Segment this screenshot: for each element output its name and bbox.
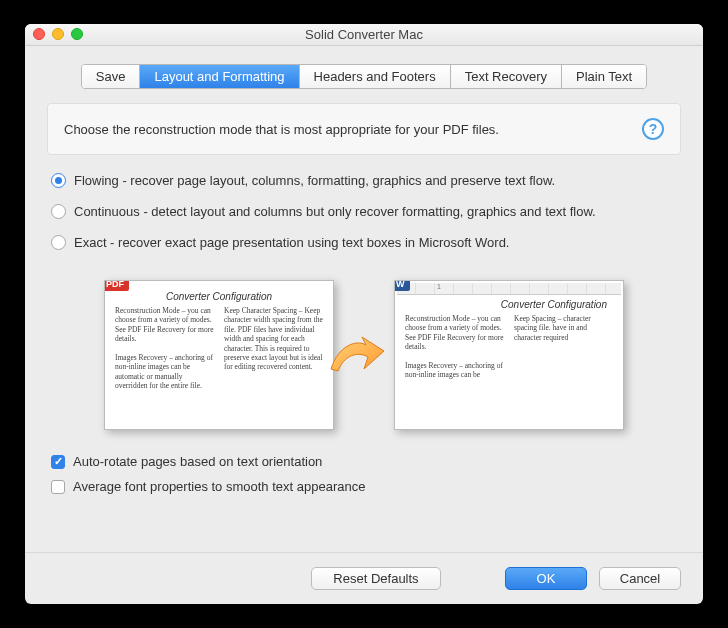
info-banner: Choose the reconstruction mode that is m… bbox=[47, 103, 681, 155]
minimize-icon[interactable] bbox=[52, 28, 64, 40]
pdf-badge-icon: PDF bbox=[104, 280, 129, 291]
info-text: Choose the reconstruction mode that is m… bbox=[64, 122, 499, 137]
checkbox-label: Auto-rotate pages based on text orientat… bbox=[73, 454, 322, 469]
option-auto-rotate[interactable]: Auto-rotate pages based on text orientat… bbox=[51, 454, 677, 469]
preview-col: Keep Spacing – character spacing file. h… bbox=[514, 314, 613, 380]
tab-save[interactable]: Save bbox=[82, 65, 141, 88]
radio-icon bbox=[51, 235, 66, 250]
tab-layout-formatting[interactable]: Layout and Formatting bbox=[140, 65, 299, 88]
preview-target-doc: W 1 Converter Configuration Reconstructi… bbox=[394, 280, 624, 430]
tab-bar: Save Layout and Formatting Headers and F… bbox=[81, 64, 647, 89]
radio-label: Flowing - recover page layout, columns, … bbox=[74, 173, 555, 188]
reset-defaults-button[interactable]: Reset Defaults bbox=[311, 567, 441, 590]
preferences-window: Solid Converter Mac Save Layout and Form… bbox=[25, 24, 703, 604]
preview-doc-title: Converter Configuration bbox=[115, 291, 323, 302]
cancel-button[interactable]: Cancel bbox=[599, 567, 681, 590]
tab-headers-footers[interactable]: Headers and Footers bbox=[300, 65, 451, 88]
arrow-icon bbox=[326, 331, 386, 381]
close-icon[interactable] bbox=[33, 28, 45, 40]
preview-col: Keep Character Spacing – Keep character … bbox=[224, 306, 323, 390]
panel: Choose the reconstruction mode that is m… bbox=[47, 103, 681, 552]
dialog-footer: Reset Defaults OK Cancel bbox=[25, 552, 703, 604]
checkbox-label: Average font properties to smooth text a… bbox=[73, 479, 365, 494]
ok-button[interactable]: OK bbox=[505, 567, 587, 590]
checkbox-icon bbox=[51, 455, 65, 469]
options-checkboxes: Auto-rotate pages based on text orientat… bbox=[51, 454, 677, 504]
mode-flowing[interactable]: Flowing - recover page layout, columns, … bbox=[51, 173, 677, 188]
radio-icon bbox=[51, 173, 66, 188]
mode-exact[interactable]: Exact - recover exact page presentation … bbox=[51, 235, 677, 250]
mode-continuous[interactable]: Continuous - detect layout and columns b… bbox=[51, 204, 677, 219]
conversion-preview: PDF Converter Configuration Reconstructi… bbox=[104, 276, 624, 436]
mode-radio-group: Flowing - recover page layout, columns, … bbox=[51, 173, 677, 266]
radio-label: Exact - recover exact page presentation … bbox=[74, 235, 509, 250]
ruler-icon: 1 bbox=[397, 283, 621, 295]
option-average-font[interactable]: Average font properties to smooth text a… bbox=[51, 479, 677, 494]
zoom-icon[interactable] bbox=[71, 28, 83, 40]
preview-doc-title: Converter Configuration bbox=[405, 299, 613, 310]
radio-icon bbox=[51, 204, 66, 219]
help-button[interactable]: ? bbox=[642, 118, 664, 140]
word-badge-icon: W bbox=[394, 280, 410, 291]
titlebar: Solid Converter Mac bbox=[25, 24, 703, 46]
preview-columns: Reconstruction Mode – you can choose fro… bbox=[405, 314, 613, 380]
window-title: Solid Converter Mac bbox=[305, 27, 423, 42]
tab-plain-text[interactable]: Plain Text bbox=[562, 65, 646, 88]
preview-col: Reconstruction Mode – you can choose fro… bbox=[405, 314, 504, 380]
radio-label: Continuous - detect layout and columns b… bbox=[74, 204, 596, 219]
checkbox-icon bbox=[51, 480, 65, 494]
preview-source-doc: PDF Converter Configuration Reconstructi… bbox=[104, 280, 334, 430]
preview-columns: Reconstruction Mode – you can choose fro… bbox=[115, 306, 323, 390]
preview-col: Reconstruction Mode – you can choose fro… bbox=[115, 306, 214, 390]
tab-text-recovery[interactable]: Text Recovery bbox=[451, 65, 562, 88]
window-controls bbox=[33, 28, 83, 40]
